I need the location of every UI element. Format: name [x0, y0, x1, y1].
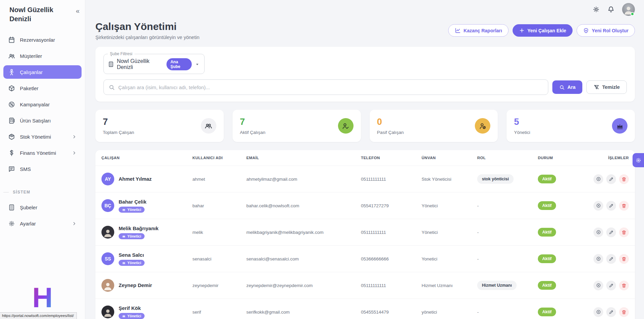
username-cell: bahar: [192, 203, 246, 208]
earnings-report-button[interactable]: Kazanç Raporları: [448, 24, 509, 37]
delete-button[interactable]: [619, 281, 629, 290]
edit-button[interactable]: [606, 174, 616, 184]
trash-icon: [621, 256, 626, 261]
eye-icon: [596, 229, 601, 235]
sidebar-item-label: Stok Yönetimi: [20, 134, 51, 140]
delete-button[interactable]: [619, 254, 629, 264]
stat-icon: [475, 118, 490, 134]
employee-search-input[interactable]: [118, 84, 543, 90]
delete-button[interactable]: [619, 307, 629, 317]
branch-select[interactable]: Şube Filtresi Nowl Güzellik Denizli Ana …: [103, 51, 205, 74]
theme-toggle-button[interactable]: [592, 6, 600, 13]
building-icon: [8, 204, 15, 211]
view-button[interactable]: [593, 201, 603, 211]
sidebar-item-kampanyalar[interactable]: Kampanyalar: [3, 98, 82, 111]
employee-cell: Melik Bağrıyanık Yönetici: [101, 225, 192, 239]
actions-cell: [592, 281, 629, 290]
stat-icon: [338, 118, 354, 134]
employee-avatar: [101, 226, 114, 239]
employee-name: Melik Bağrıyanık: [119, 225, 158, 231]
stat-label: Pasif Çalışan: [377, 130, 404, 135]
stat-icon: [612, 118, 627, 134]
delete-button[interactable]: [619, 227, 629, 237]
trash-icon: [621, 203, 626, 208]
sidebar-item-ayarlar[interactable]: Ayarlar: [3, 217, 82, 230]
actions-cell: [592, 201, 629, 211]
eye-icon: [596, 256, 601, 261]
search-button[interactable]: Ara: [552, 80, 582, 94]
employee-cell: SS Sena Salcı Yönetici: [101, 252, 192, 266]
sidebar-item-stok-yonetimi[interactable]: Stok Yönetimi: [3, 130, 82, 143]
notifications-button[interactable]: [607, 6, 615, 13]
status-badge: Aktif: [538, 281, 556, 290]
browser-status-bar: https://portal.nowlsoft.com/employees/li…: [0, 312, 77, 319]
package-icon: [8, 85, 15, 92]
title-cell: Yönetici: [422, 203, 477, 208]
table-row[interactable]: AY Ahmet Yılmaz ahmet ahmetyilmaz@gmail.…: [95, 166, 635, 192]
view-button[interactable]: [593, 281, 603, 290]
sidebar-item-urun-satislari[interactable]: Ürün Satışları: [3, 114, 82, 127]
phone-cell: 05366666666: [361, 256, 422, 261]
employee-name: Ahmet Yılmaz: [119, 176, 152, 182]
employee-cell: AY Ahmet Yılmaz: [101, 173, 192, 185]
email-cell: melikbagriyanik@melikbagriyanik.com: [246, 230, 361, 235]
role-cell: -: [477, 310, 538, 315]
table-row[interactable]: Melik Bağrıyanık Yönetici melik melikbag…: [95, 219, 635, 245]
eye-icon: [596, 309, 601, 315]
sidebar-item-musteriler[interactable]: Müşteriler: [3, 49, 82, 63]
sidebar-item-sms[interactable]: SMS: [3, 162, 82, 176]
actions-cell: [592, 227, 629, 237]
sidebar-item-finans-yonetimi[interactable]: Finans Yönetimi: [3, 146, 82, 160]
edit-button[interactable]: [606, 254, 616, 264]
edit-button[interactable]: [606, 307, 616, 317]
view-button[interactable]: [593, 227, 603, 237]
dollar-icon: [8, 149, 15, 156]
table-settings-fab[interactable]: [633, 153, 644, 167]
email-cell: bahar.celik@nowlsoft.com: [246, 203, 361, 208]
manager-badge: Yönetici: [119, 260, 145, 266]
sidebar-item-label: Kampanyalar: [20, 102, 50, 107]
search-row: Ara Temizle: [103, 79, 627, 95]
edit-button[interactable]: [606, 281, 616, 290]
employee-avatar: AY: [101, 173, 114, 185]
view-button[interactable]: [593, 174, 603, 184]
delete-button[interactable]: [619, 174, 629, 184]
person-photo: [103, 228, 113, 238]
phone-cell: 05541727279: [361, 203, 422, 208]
phone-cell: 05111111111: [361, 230, 422, 235]
gear-icon: [8, 220, 15, 227]
sidebar-item-calisanlar[interactable]: Çalışanlar: [3, 65, 82, 79]
sidebar-collapse-button[interactable]: «: [76, 7, 80, 14]
clear-filters-button[interactable]: Temizle: [586, 80, 627, 94]
table-row[interactable]: Zeynep Demir zeynepdemir zeynepdemir@zey…: [95, 272, 635, 298]
search-button-label: Ara: [568, 84, 576, 90]
view-button[interactable]: [593, 254, 603, 264]
stat-value: 7: [103, 117, 134, 127]
table-row[interactable]: BÇ Bahar Çelik Yönetici bahar bahar.celi…: [95, 192, 635, 219]
main-content: Çalışan Yönetimi Şirketinizdeki çalışanl…: [85, 0, 644, 319]
status-badge: Aktif: [538, 175, 556, 183]
role-cell: Hizmet Uzmanı: [477, 281, 538, 290]
new-role-button[interactable]: Yeni Rol Oluştur: [577, 24, 635, 37]
view-button[interactable]: [593, 307, 603, 317]
sidebar-item-subeler[interactable]: Şubeler: [3, 201, 82, 214]
section-divider: [3, 192, 9, 192]
edit-button[interactable]: [606, 227, 616, 237]
status-badge: Aktif: [538, 228, 556, 237]
employee-avatar: [101, 279, 114, 292]
delete-button[interactable]: [619, 201, 629, 211]
sidebar-item-label: Paketler: [20, 85, 38, 91]
calendar-icon: [8, 36, 15, 43]
role-cell: stok yönticisi: [477, 174, 538, 184]
sidebar-item-label: SMS: [20, 166, 31, 172]
table-row[interactable]: SS Sena Salcı Yönetici senasalci senasal…: [95, 245, 635, 272]
edit-button[interactable]: [606, 201, 616, 211]
crown-icon: [122, 208, 126, 211]
sidebar-section: SİSTEM: [3, 190, 82, 194]
pencil-icon: [609, 203, 614, 208]
sidebar-item-label: Müşteriler: [20, 53, 42, 59]
sidebar-item-rezervasyonlar[interactable]: Rezervasyonlar: [3, 33, 82, 46]
table-row[interactable]: Şerif Kök Yönetici serif serifkokk@gmail…: [95, 298, 635, 319]
sidebar-item-paketler[interactable]: Paketler: [3, 81, 82, 95]
add-employee-button[interactable]: Yeni Çalışan Ekle: [513, 24, 573, 37]
